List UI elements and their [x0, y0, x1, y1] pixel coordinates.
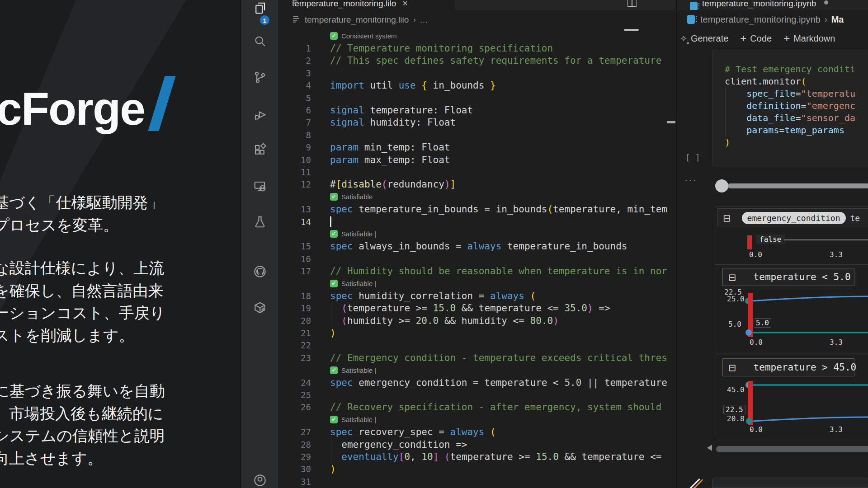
plus-icon: + — [740, 32, 746, 45]
plus-icon: + — [783, 32, 790, 45]
code-line: 29 eventually[0, 10] (temperature >= 15.… — [278, 450, 675, 463]
notebook-toolbar: ✧ Generate + Code + Markdown — [677, 29, 868, 48]
x-tick: 0.0 — [750, 425, 763, 434]
code-line: 30) — [278, 463, 675, 475]
breadcrumb[interactable]: temperature_monitoring.lilo › … — [278, 10, 675, 30]
cell-code-line: ) — [725, 136, 855, 148]
notebook-icon — [687, 15, 695, 24]
code-editor[interactable]: temperature_monitoring.lilo × temperatur… — [278, 0, 675, 488]
code-line: 16 — [278, 253, 675, 265]
time-slider-track[interactable] — [728, 183, 868, 188]
run-debug-icon[interactable] — [253, 108, 267, 122]
search-icon[interactable] — [253, 34, 267, 48]
file-icon — [292, 0, 299, 8]
x-tick: 3.3 — [830, 250, 843, 259]
notebook-icon — [690, 2, 698, 10]
codelens: ✓Consistent system — [278, 30, 675, 42]
code-line: 26// Recovery specification - after emer… — [278, 401, 675, 413]
remote-explorer-icon[interactable] — [253, 180, 267, 193]
breadcrumb-more[interactable]: … — [420, 15, 428, 25]
logo-slash-icon — [148, 76, 175, 131]
cell-code-line: definition="emergenc — [725, 99, 855, 112]
indent-guide — [331, 438, 331, 463]
codelens: ✓Satisfiable | — [278, 277, 675, 290]
codelens: ✓Satisfiable | — [278, 228, 675, 240]
close-icon[interactable]: × — [402, 0, 408, 9]
code-line: 19 (temperature >= 15.0 && temperature <… — [278, 302, 675, 314]
time-slider-knob[interactable] — [715, 179, 728, 192]
more-actions-icon[interactable]: ··· — [684, 174, 697, 186]
plot-lines — [715, 265, 868, 354]
check-icon: ✓ — [330, 366, 338, 374]
code-line: 31 — [278, 475, 675, 488]
plot-lines — [715, 355, 868, 440]
breadcrumb-file[interactable]: temperature_monitoring.ipynb — [700, 14, 821, 25]
overview-ruler-mark — [667, 121, 675, 123]
signal-pill[interactable]: emergency_condition — [742, 212, 846, 224]
hero-panel: cForge 基づく「仕様駆動開発」 プロセスを変革。 な設計仕様により、上流 … — [0, 0, 240, 488]
check-icon: ✓ — [330, 193, 338, 201]
notebook-breadcrumb[interactable]: temperature_monitoring.ipynb › Ma — [677, 10, 868, 29]
plot-widget-temperature-gt-45[interactable]: ⊟ temperature > 45.0 45.0 22.5 20.8 0.0 … — [715, 355, 868, 439]
generate-button[interactable]: ✧ Generate — [677, 33, 728, 44]
explorer-icon[interactable] — [253, 1, 267, 15]
source-control-icon[interactable] — [253, 70, 267, 84]
code-line: 7signal humidity: Float — [278, 117, 675, 129]
collapse-icon[interactable]: ⊟ — [723, 213, 731, 223]
extensions-icon[interactable] — [253, 143, 267, 157]
signal-value-label: false — [756, 235, 785, 244]
widget-header[interactable]: ⊟ emergency_condition te — [717, 208, 868, 227]
y-value-label: 25.0 — [727, 295, 745, 303]
code-line: 10param max_temp: Float — [278, 154, 675, 166]
text-cursor — [330, 216, 331, 227]
tab-temperature-monitoring-lilo[interactable]: temperature_monitoring.lilo × — [278, 0, 455, 10]
github-icon[interactable] — [253, 265, 267, 278]
chevron-right-icon: › — [413, 15, 416, 24]
editor-tab-strip: temperature_monitoring.lilo × — [278, 0, 675, 10]
code-line: 12#[disable(redundancy)] — [278, 178, 675, 191]
code-line: 5 — [278, 92, 675, 104]
code-line: 2// This spec defines safety requirement… — [278, 55, 675, 67]
code-line: 22 — [278, 339, 675, 352]
codelens: ✓Satisfiable | — [278, 364, 675, 376]
notebook-code-cell[interactable]: # Test emergency conditiclient.monitor( … — [712, 49, 868, 167]
container-icon[interactable] — [253, 301, 267, 314]
code-line: 3 — [278, 67, 675, 79]
code-line: 18spec humidity_correlation = always ( — [278, 290, 675, 302]
code-line: 24spec emergency_condition = temperature… — [278, 376, 675, 389]
tab-temperature-monitoring-ipynb[interactable]: temperature_monitoring.ipynb — [702, 0, 816, 10]
code-line: 11 — [278, 166, 675, 178]
code-line: 20 (humidity >= 20.0 && humidity <= 80.0… — [278, 314, 675, 327]
hero-paragraph-2: な設計仕様により、上流 を確保し、自然言語由来 ーションコスト、手戻り ストを削… — [0, 257, 165, 347]
breadcrumb-segment[interactable]: Ma — [831, 14, 844, 25]
code-line: 21) — [278, 327, 675, 339]
account-icon[interactable] — [253, 474, 267, 487]
scroll-left-icon[interactable] — [707, 445, 712, 451]
execution-count: [ ] — [685, 153, 700, 162]
cell-code-line: client.monitor( — [725, 75, 855, 87]
sparkle-icon: ✧ — [680, 33, 687, 44]
code-line: 25 — [278, 389, 675, 401]
y-value-label: 20.8 — [727, 414, 745, 423]
split-editor-icon[interactable] — [627, 0, 637, 7]
next-cell-top[interactable] — [712, 478, 868, 488]
horizontal-scrollbar[interactable] — [716, 446, 868, 452]
value-box: 5.0 — [754, 318, 771, 328]
add-markdown-button[interactable]: + Markdown — [783, 32, 835, 45]
notebook-panel[interactable]: temperature_monitoring.ipynb temperature… — [676, 0, 868, 488]
test-beaker-icon[interactable] — [253, 215, 267, 229]
plot-widget-emergency-condition[interactable]: ⊟ emergency_condition te false 0.0 3.3 — [715, 206, 868, 266]
code-line: 27spec recovery_spec = always ( — [278, 426, 675, 438]
notebook-tab-strip: temperature_monitoring.ipynb — [677, 0, 868, 10]
breadcrumb-file[interactable]: temperature_monitoring.lilo — [305, 15, 409, 25]
code-line: 14 — [278, 216, 675, 228]
indent-guide — [331, 302, 331, 327]
check-icon: ✓ — [330, 416, 338, 423]
code-lines[interactable]: ✓Consistent system1// Temperature monito… — [278, 30, 675, 488]
code-line: 8 — [278, 129, 675, 141]
add-code-button[interactable]: + Code — [740, 32, 772, 45]
plot-widget-temperature-lt-5[interactable]: ⊟ temperature < 5.0 22.5 25.0 5.0 5.0 0.… — [715, 264, 868, 353]
cell-code-line: params=temp_params — [725, 124, 855, 136]
modified-dot-icon[interactable] — [824, 0, 828, 5]
code-line: 1// Temperature monitoring specification — [278, 42, 675, 54]
